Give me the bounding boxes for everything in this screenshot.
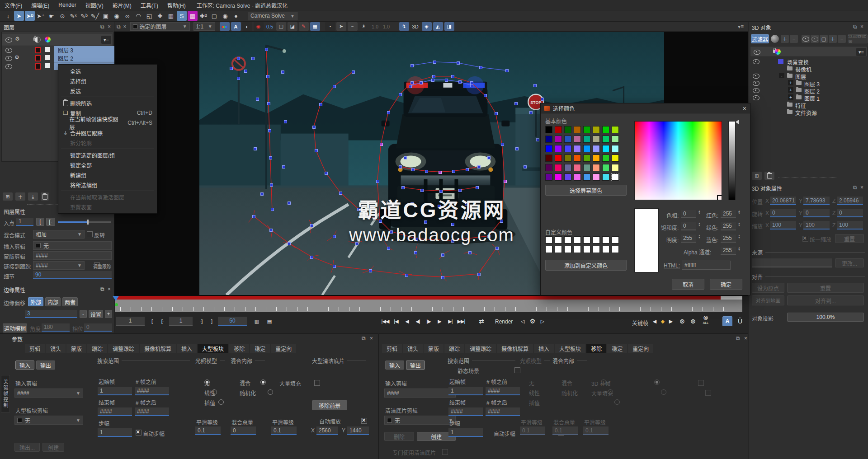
basic-color-swatch-12[interactable]	[583, 136, 590, 143]
view-layer-dropdown[interactable]: 选定的图层▼	[130, 22, 190, 31]
basic-color-swatch-42[interactable]	[564, 173, 571, 181]
ml-input-clip-dropdown[interactable]: ####▼	[14, 389, 83, 398]
tracking-point-94[interactable]	[515, 147, 519, 150]
tracking-point-63[interactable]	[333, 85, 336, 88]
out-frame-field[interactable]: 50	[218, 317, 247, 326]
ml-input-button[interactable]: 输入	[15, 361, 34, 370]
tracking-point-74[interactable]	[387, 247, 390, 250]
custom-color-swatch-5[interactable]	[593, 236, 600, 244]
tracking-point-2[interactable]	[380, 143, 383, 146]
render-settings-button[interactable]: ⚙	[528, 316, 537, 326]
remove-tab-10[interactable]: 重定向	[628, 344, 653, 353]
keyframe-controls-tab[interactable]: 关键帧控制	[1, 375, 10, 412]
object-tree-row-7[interactable]: 文件资源	[750, 108, 868, 116]
ml-output-button[interactable]: 输出	[36, 361, 55, 370]
prev-keyframe-button[interactable]: ◀	[651, 316, 658, 326]
visibility-icon[interactable]	[753, 74, 760, 79]
basic-color-swatch-19[interactable]	[574, 145, 581, 152]
mr-start-field[interactable]: 1	[448, 387, 483, 395]
prev-frame-jump-button[interactable]: |◀	[391, 316, 401, 326]
objects-panel-popout-icon[interactable]: ⧉	[853, 23, 857, 30]
visibility-icon[interactable]	[753, 95, 760, 100]
sat-field[interactable]: 0	[681, 222, 696, 230]
tracking-point-5[interactable]	[410, 81, 414, 84]
tracking-point-81[interactable]	[405, 274, 408, 277]
basic-color-swatch-40[interactable]	[545, 173, 552, 181]
gamma-field[interactable]: 1.0	[382, 22, 392, 31]
basic-color-swatch-35[interactable]	[574, 164, 581, 171]
curve-view-button[interactable]: ~	[348, 22, 358, 31]
mr-use-clean-checkbox[interactable]	[442, 449, 448, 455]
timeline-track[interactable]	[115, 300, 742, 312]
filter-button[interactable]: 过滤器	[751, 34, 769, 43]
tracking-point-52[interactable]	[256, 98, 259, 101]
spinner-icon[interactable]: ▲▼	[738, 234, 741, 239]
alpha-field[interactable]: 255	[721, 247, 736, 255]
basic-color-swatch-22[interactable]	[602, 145, 609, 152]
mr-clean-clip-dropdown[interactable]: 无▼	[384, 416, 456, 425]
megaplate-tab-9[interactable]: 稳定	[250, 344, 270, 353]
object-tree-row-6[interactable]: 特征	[750, 101, 868, 108]
next-keyframe-button[interactable]: ▶	[667, 316, 675, 326]
custom-color-swatch-9[interactable]	[555, 246, 562, 253]
basic-color-swatch-38[interactable]	[602, 164, 609, 171]
tracking-point-75[interactable]	[414, 251, 417, 254]
alpha-channel-button[interactable]: A	[231, 22, 241, 31]
tracking-point-21[interactable]	[445, 79, 448, 82]
tracking-point-101[interactable]	[433, 61, 436, 64]
tracking-point-77[interactable]	[468, 251, 472, 254]
render-next-button[interactable]: ▷	[538, 316, 547, 326]
megaplate-tab-7[interactable]: 大型板块	[198, 344, 228, 353]
ml-autostep-checkbox[interactable]	[136, 430, 142, 436]
tracking-point-84[interactable]	[310, 256, 313, 259]
mr-end-field[interactable]: ####	[448, 407, 483, 416]
menu-item-4[interactable]: 影片(M)	[108, 0, 136, 10]
current-frame-field[interactable]: 1	[116, 317, 145, 326]
spinner-icon[interactable]: ▲▼	[698, 210, 701, 215]
basic-color-swatch-46[interactable]	[602, 173, 609, 181]
tracking-point-36[interactable]	[404, 156, 407, 159]
remove-tab-4[interactable]: 调整跟踪	[465, 344, 496, 353]
collapse-icon[interactable]: -	[779, 73, 784, 78]
ml-light-interp-radio[interactable]	[218, 399, 224, 405]
basic-color-swatch-39[interactable]	[612, 164, 619, 171]
ml-create-button[interactable]: 创建	[42, 443, 64, 452]
expand-icon[interactable]: +	[788, 87, 793, 93]
tracking-point-9[interactable]	[484, 94, 487, 97]
basic-color-swatch-36[interactable]	[583, 164, 590, 171]
circle-tool-icon[interactable]: ●	[231, 11, 241, 21]
zoom-level-dropdown[interactable]: 1:1▼	[193, 22, 215, 31]
viewer-menu-button[interactable]: ▾≡	[738, 23, 744, 30]
tracking-point-45[interactable]	[267, 102, 270, 105]
megaplate-tab-2[interactable]: 蒙版	[66, 344, 86, 353]
megaplate-panel-popout-icon[interactable]: ⧉	[362, 335, 366, 342]
basic-color-swatch-20[interactable]	[583, 145, 590, 152]
basic-color-swatch-47[interactable]	[612, 173, 619, 181]
contrast-view-button[interactable]: ◐	[242, 22, 252, 31]
basic-color-swatch-8[interactable]	[545, 136, 552, 143]
expand-tool-icon[interactable]: ✚ᴮ	[198, 11, 208, 21]
mr-after-field[interactable]: ####	[486, 407, 520, 416]
thumbnail-view-button[interactable]: ◭	[433, 22, 443, 31]
value-slider-arrow[interactable]	[736, 120, 739, 124]
basic-color-swatch-18[interactable]	[564, 145, 571, 152]
visibility-icon[interactable]	[5, 64, 12, 69]
html-field[interactable]: #ffffff	[682, 261, 731, 270]
ml-end-field[interactable]: ####	[98, 407, 132, 416]
spinner-icon[interactable]: ▲▼	[738, 247, 741, 251]
custom-color-swatch-12[interactable]	[583, 246, 590, 253]
tracking-point-76[interactable]	[441, 253, 444, 257]
megaplate-tab-10[interactable]: 重定向	[271, 344, 296, 353]
layer-name[interactable]: 图层 3	[54, 46, 116, 54]
cursor-info-button[interactable]: ➤	[336, 22, 346, 31]
visibility-icon[interactable]	[753, 59, 760, 64]
object-tree-row-5[interactable]: +图层 1	[750, 94, 868, 101]
spinner-icon[interactable]: ▲▼	[698, 222, 701, 227]
basic-color-swatch-30[interactable]	[602, 155, 609, 162]
select-both-tool-icon[interactable]: ➤ᴮ	[25, 11, 35, 21]
tracking-point-7[interactable]	[451, 75, 454, 78]
rotation-x-field[interactable]: 0	[770, 209, 796, 217]
tracking-point-95[interactable]	[524, 165, 527, 169]
marquee-tool-icon[interactable]: ▢	[209, 11, 219, 21]
megaplate-panel-close-icon[interactable]: ×	[370, 335, 373, 342]
